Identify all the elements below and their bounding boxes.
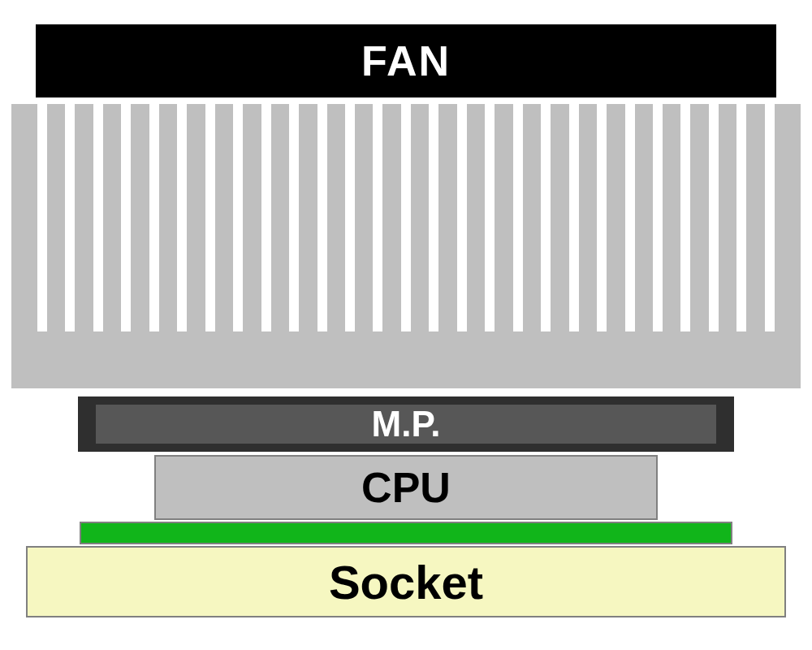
heatsink-fin-gap	[513, 104, 523, 332]
heatsink-fin-gap	[569, 104, 579, 332]
heatsink-fin-gap	[457, 104, 467, 332]
heatsink-fins	[37, 104, 775, 332]
heatsink-fin-gap	[233, 104, 243, 332]
heatsink-fin-gap	[65, 104, 75, 332]
heatsink-fin-gap	[261, 104, 271, 332]
heatsink-fin-gap	[121, 104, 131, 332]
heatsink-fin-gap	[541, 104, 551, 332]
heatsink-fin-gap	[765, 104, 775, 332]
heatsink-fin-gap	[37, 104, 47, 332]
heatsink-block	[11, 104, 801, 388]
fan-label: FAN	[361, 37, 451, 85]
mounting-plate-inner: M.P.	[96, 405, 716, 444]
heatsink-fin-gap	[149, 104, 159, 332]
pcb-layer	[80, 522, 732, 544]
heatsink-fin-gap	[401, 104, 411, 332]
heatsink-fin-gap	[177, 104, 187, 332]
heatsink-fin-gap	[289, 104, 299, 332]
heatsink-fin-gap	[373, 104, 382, 332]
heatsink-fin-gap	[625, 104, 635, 332]
mp-label: M.P.	[372, 404, 441, 444]
fan-layer: FAN	[36, 24, 776, 98]
heatsink-fin-gap	[485, 104, 495, 332]
heatsink-fin-gap	[205, 104, 215, 332]
heatsink-fin-gap	[736, 104, 746, 332]
socket-label: Socket	[329, 555, 483, 609]
cpu-label: CPU	[361, 463, 451, 512]
heatsink-fin-gap	[345, 104, 355, 332]
heatsink-fin-gap	[597, 104, 607, 332]
heatsink-fin-gap	[709, 104, 719, 332]
socket-layer: Socket	[26, 546, 786, 618]
heatsink-fin-gap	[317, 104, 327, 332]
heatsink-fin-gap	[653, 104, 663, 332]
cpu-stack-diagram: FAN M.P. CPU Socket	[0, 0, 812, 650]
heatsink-fin-gap	[429, 104, 438, 332]
heatsink-fin-gap	[93, 104, 103, 332]
cpu-layer: CPU	[154, 455, 658, 520]
heatsink-fin-gap	[680, 104, 690, 332]
